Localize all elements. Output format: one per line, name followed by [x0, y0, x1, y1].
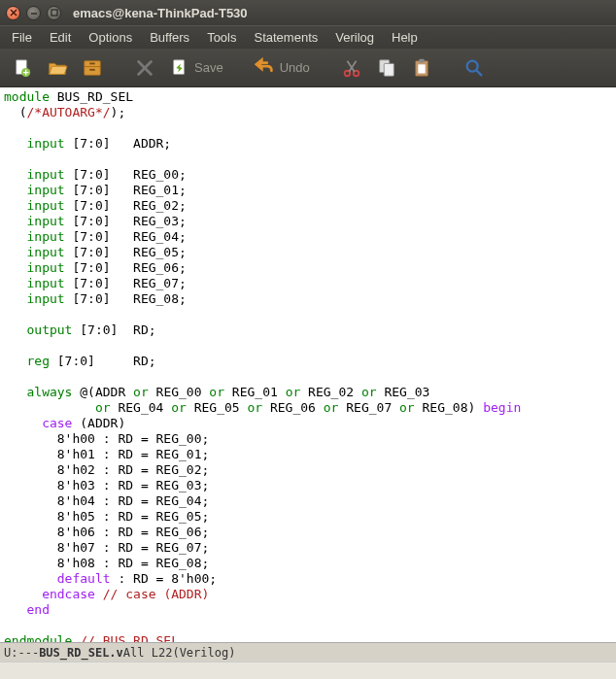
svg-rect-13 [419, 58, 425, 62]
new-file-button[interactable] [8, 53, 37, 83]
menu-help[interactable]: Help [384, 28, 426, 47]
editor-area[interactable]: module BUS_RD_SEL (/*AUTOARG*/); input [… [0, 87, 616, 642]
window-title: emacs@kena-ThinkPad-T530 [73, 6, 248, 20]
minimize-button[interactable] [26, 6, 41, 20]
svg-rect-11 [384, 63, 394, 76]
titlebar: emacs@kena-ThinkPad-T530 [0, 0, 616, 25]
menubar: File Edit Options Buffers Tools Statemen… [0, 25, 616, 49]
modeline-position: All L22 [123, 646, 173, 660]
drawer-icon [82, 57, 103, 79]
new-file-icon [12, 57, 33, 79]
copy-button[interactable] [372, 53, 401, 83]
search-button[interactable] [460, 53, 489, 83]
open-folder-button[interactable] [78, 53, 107, 83]
svg-rect-14 [418, 64, 425, 73]
undo-icon [255, 57, 276, 79]
save-button[interactable]: Save [165, 53, 227, 83]
search-icon [463, 57, 485, 79]
svg-rect-5 [89, 62, 95, 64]
svg-rect-4 [85, 66, 101, 67]
undo-label: Undo [280, 60, 310, 75]
cut-button[interactable] [337, 53, 366, 83]
undo-button[interactable]: Undo [251, 53, 314, 83]
menu-statements[interactable]: Statements [246, 28, 325, 47]
open-file-button[interactable] [43, 53, 72, 83]
paste-button[interactable] [407, 53, 436, 83]
copy-icon [376, 57, 397, 79]
svg-rect-0 [51, 10, 57, 16]
scissors-icon [341, 57, 362, 79]
folder-open-icon [47, 57, 68, 79]
clipboard-icon [411, 57, 432, 79]
save-icon [169, 57, 190, 79]
modeline-state: U:--- [4, 646, 39, 660]
svg-rect-6 [89, 68, 95, 70]
modeline[interactable]: U:--- BUS_RD_SEL.v All L22 (Verilog) [0, 642, 616, 662]
menu-edit[interactable]: Edit [42, 28, 79, 47]
close-x-icon [134, 57, 155, 79]
kill-buffer-button[interactable] [130, 53, 159, 83]
close-button[interactable] [6, 6, 20, 20]
modeline-mode: (Verilog) [172, 646, 235, 660]
menu-tools[interactable]: Tools [199, 28, 244, 47]
save-label: Save [194, 60, 223, 75]
modeline-filename: BUS_RD_SEL.v [39, 646, 123, 660]
menu-verilog[interactable]: Verilog [327, 28, 382, 47]
menu-buffers[interactable]: Buffers [142, 28, 197, 47]
toolbar: Save Undo [0, 49, 616, 87]
maximize-button[interactable] [47, 6, 61, 20]
minibuffer[interactable] [0, 662, 616, 679]
window-buttons [6, 6, 61, 20]
menu-options[interactable]: Options [81, 28, 140, 47]
menu-file[interactable]: File [4, 28, 40, 47]
